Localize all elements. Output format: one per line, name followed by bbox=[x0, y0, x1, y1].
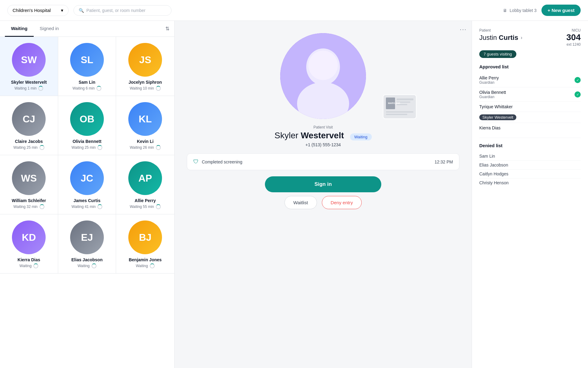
guest-name: William Schleifer bbox=[12, 198, 46, 203]
list-item-info: Allie Perry Guardian bbox=[479, 75, 499, 85]
patient-name-row: Justin Curtis › bbox=[479, 34, 522, 42]
chevron-right-icon[interactable]: › bbox=[521, 35, 522, 40]
visitor-photo-area: MARYLAND bbox=[187, 33, 459, 119]
search-bar[interactable]: 🔍 Patient, guest, or room number bbox=[74, 5, 172, 16]
action-buttons: Sign in Waitlist Deny entry bbox=[187, 176, 459, 209]
guest-grid: SW Skyler Westervelt Waiting 1 min SL Sa… bbox=[0, 37, 174, 368]
guest-card[interactable]: EJ Elias Jacobson Waiting bbox=[58, 214, 116, 274]
guest-card[interactable]: KL Kevin Li Waiting 26 min bbox=[116, 96, 174, 155]
list-item-row: Olivia Bennett Guardian ✓ bbox=[479, 90, 581, 99]
search-icon: 🔍 bbox=[79, 8, 84, 13]
left-panel: Waiting Signed in ⇅ SW Skyler Westervelt… bbox=[0, 21, 175, 368]
guest-name: James Curtis bbox=[74, 198, 100, 203]
svg-rect-6 bbox=[397, 98, 413, 100]
sign-in-button[interactable]: Sign in bbox=[265, 176, 381, 192]
denied-list-item: Caitlyn Hodges bbox=[479, 170, 581, 178]
new-guest-button[interactable]: + New guest bbox=[541, 5, 581, 16]
guest-card[interactable]: AP Allie Perry Waiting 55 min bbox=[116, 155, 174, 214]
approved-list-item: Tyrique Whittaker bbox=[479, 102, 581, 112]
main-layout: Waiting Signed in ⇅ SW Skyler Westervelt… bbox=[0, 21, 588, 368]
spinner-icon bbox=[40, 145, 44, 150]
avatar: AP bbox=[128, 161, 162, 195]
more-menu-button[interactable]: ··· bbox=[460, 26, 467, 33]
room-number: 304 bbox=[566, 33, 581, 42]
patient-header: Patient Justin Curtis › NICU 304 ext 124… bbox=[479, 28, 581, 47]
tabs: Waiting Signed in ⇅ bbox=[0, 21, 174, 37]
visitor-last-name: Westervelt bbox=[301, 131, 344, 140]
lobby-tablet[interactable]: 🖥 Lobby tablet 3 bbox=[503, 8, 537, 13]
guest-card[interactable]: OB Olivia Bennett Waiting 25 min bbox=[58, 96, 116, 155]
patient-first-name: Justin bbox=[479, 34, 497, 41]
new-guest-label: + New guest bbox=[548, 8, 575, 13]
id-card-thumbnail: MARYLAND bbox=[383, 94, 417, 119]
guest-wait: Waiting bbox=[77, 263, 96, 268]
guest-wait: Waiting 41 min bbox=[72, 204, 103, 209]
waitlist-button[interactable]: Waitlist bbox=[285, 196, 317, 209]
screening-row: 🛡 Completed screening 12:32 PM bbox=[187, 153, 459, 170]
verified-check-icon: ✓ bbox=[575, 77, 581, 83]
approved-list-item: Allie Perry Guardian ✓ bbox=[479, 73, 581, 87]
spinner-icon bbox=[92, 263, 96, 268]
guest-wait: Waiting bbox=[136, 263, 155, 268]
guest-card[interactable]: JC James Curtis Waiting 41 min bbox=[58, 155, 116, 214]
denied-list-item: Elias Jacobson bbox=[479, 161, 581, 170]
list-role: Guardian bbox=[479, 80, 499, 85]
list-item-row: Tyrique Whittaker bbox=[479, 104, 581, 109]
spinner-icon bbox=[97, 204, 102, 209]
guest-wait: Waiting 1 min bbox=[14, 86, 43, 91]
tab-waiting[interactable]: Waiting bbox=[5, 21, 34, 37]
list-item-row: Skyler Westervelt bbox=[479, 114, 581, 120]
divider bbox=[479, 138, 581, 138]
guest-name: Allie Perry bbox=[135, 198, 156, 203]
approved-list-title: Approved list bbox=[479, 64, 581, 69]
guest-card[interactable]: JS Jocelyn Siphron Waiting 10 min bbox=[116, 37, 174, 96]
patient-room-info: NICU 304 ext 1240 bbox=[566, 28, 581, 47]
approved-list-item: Olivia Bennett Guardian ✓ bbox=[479, 87, 581, 102]
guest-name: Skyler Westervelt bbox=[11, 80, 47, 85]
patient-last-name: Curtis bbox=[499, 34, 518, 41]
guest-card[interactable]: BJ Benjamin Jones Waiting bbox=[116, 214, 174, 274]
list-item-info: Olivia Bennett Guardian bbox=[479, 90, 506, 99]
guest-card[interactable]: SW Skyler Westervelt Waiting 1 min bbox=[0, 37, 58, 96]
guest-name: Claire Jacobs bbox=[15, 139, 43, 144]
svg-rect-10 bbox=[386, 114, 407, 115]
approved-list-item: Kierra Dias bbox=[479, 123, 581, 133]
avatar: BJ bbox=[128, 220, 162, 254]
verified-check-icon: ✓ bbox=[575, 91, 581, 98]
spinner-icon bbox=[38, 86, 43, 91]
highlighted-name-badge: Skyler Westervelt bbox=[479, 114, 516, 120]
visit-type: Patient Visit bbox=[187, 125, 459, 129]
guests-badge[interactable]: 7 guests visiting bbox=[479, 50, 516, 58]
spinner-icon bbox=[156, 204, 161, 209]
sort-icon[interactable]: ⇅ bbox=[165, 26, 169, 32]
guest-card[interactable]: CJ Claire Jacobs Waiting 25 min bbox=[0, 96, 58, 155]
guest-name: Kevin Li bbox=[137, 139, 153, 144]
spinner-icon bbox=[150, 263, 155, 268]
deny-entry-button[interactable]: Deny entry bbox=[322, 196, 362, 209]
avatar: WS bbox=[12, 161, 46, 195]
visitor-first-name: Skyler bbox=[274, 131, 298, 140]
avatar: KD bbox=[12, 220, 46, 254]
list-name: Tyrique Whittaker bbox=[479, 104, 513, 109]
guest-name: Benjamin Jones bbox=[129, 257, 161, 262]
avatar: EJ bbox=[70, 220, 104, 254]
hospital-selector[interactable]: Children's Hospital ▾ bbox=[7, 5, 69, 16]
status-badge: Waiting bbox=[350, 133, 372, 140]
tab-signed-in[interactable]: Signed in bbox=[34, 21, 65, 37]
approved-list: Allie Perry Guardian ✓ Olivia Bennett Gu… bbox=[479, 73, 581, 133]
center-panel: ··· MA bbox=[175, 21, 472, 368]
guest-card[interactable]: WS William Schleifer Waiting 32 min bbox=[0, 155, 58, 214]
avatar: JC bbox=[70, 161, 104, 195]
denied-list-title: Denied list bbox=[479, 143, 581, 148]
list-name: Kierra Dias bbox=[479, 125, 500, 130]
patient-name: Justin Curtis bbox=[479, 34, 518, 42]
screening-time: 12:32 PM bbox=[435, 159, 453, 164]
spinner-icon bbox=[97, 145, 102, 150]
denied-list-item: Sam Lin bbox=[479, 152, 581, 161]
guest-name: Sam Lin bbox=[79, 80, 95, 85]
shield-icon: 🛡 bbox=[193, 159, 199, 165]
guest-card[interactable]: SL Sam Lin Waiting 6 min bbox=[58, 37, 116, 96]
unit-label: NICU bbox=[566, 28, 581, 33]
secondary-buttons: Waitlist Deny entry bbox=[285, 196, 362, 209]
guest-card[interactable]: KD Kierra Dias Waiting bbox=[0, 214, 58, 274]
